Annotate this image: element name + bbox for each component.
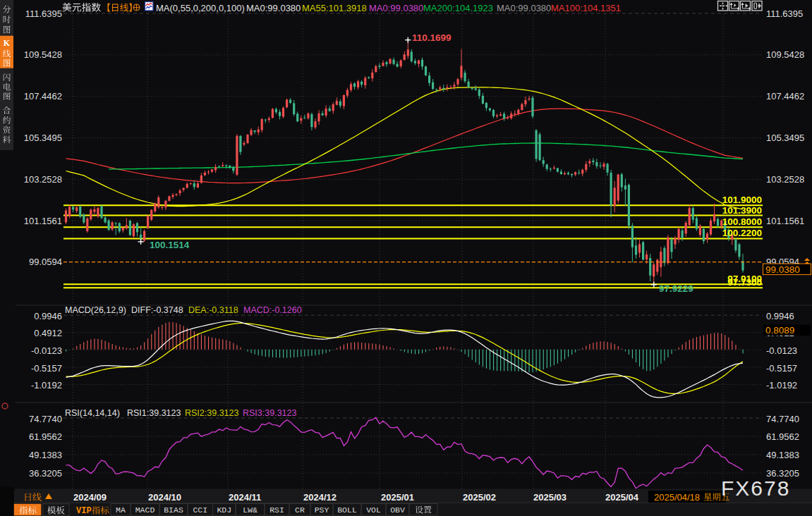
svg-text:VIP: VIP: [76, 506, 92, 516]
svg-text:-0.5157: -0.5157: [766, 363, 797, 374]
svg-text:97.9229: 97.9229: [659, 283, 693, 294]
svg-text:101.9000: 101.9000: [722, 195, 762, 205]
svg-text:CCI: CCI: [193, 505, 207, 515]
svg-text:107.4462: 107.4462: [24, 91, 62, 102]
svg-text:101.1561: 101.1561: [766, 216, 804, 226]
svg-text:MA100:104.1351: MA100:104.1351: [551, 3, 621, 13]
svg-text:2025/04: 2025/04: [605, 492, 639, 503]
svg-text:PSY: PSY: [315, 505, 329, 515]
svg-text:61.9562: 61.9562: [766, 431, 799, 442]
svg-text:36.3205: 36.3205: [29, 468, 62, 479]
svg-text:99.0380: 99.0380: [765, 264, 800, 275]
svg-text:-0.0123: -0.0123: [766, 345, 797, 356]
svg-text:DEA:-0.3118: DEA:-0.3118: [188, 305, 238, 315]
svg-text:MA200:104.1923: MA200:104.1923: [423, 3, 493, 13]
svg-text:MA0:99.0380: MA0:99.0380: [497, 3, 551, 13]
svg-text:2024/11: 2024/11: [229, 492, 261, 503]
svg-text:RSI1:39.3123: RSI1:39.3123: [127, 408, 181, 418]
svg-text:103.2528: 103.2528: [766, 174, 804, 185]
svg-text:111.6395: 111.6395: [25, 8, 62, 19]
svg-text:105.3495: 105.3495: [766, 133, 804, 143]
svg-text:-0.5157: -0.5157: [31, 363, 62, 374]
svg-text:KDJ: KDJ: [217, 505, 231, 515]
svg-text:BOLL: BOLL: [337, 505, 357, 515]
svg-text:0.9946: 0.9946: [766, 311, 794, 321]
svg-text:LW&: LW&: [243, 505, 257, 515]
svg-text:-1.0192: -1.0192: [31, 380, 62, 391]
svg-text:109.5428: 109.5428: [24, 49, 62, 60]
svg-text:49.1383: 49.1383: [766, 450, 799, 460]
svg-text:0.4912: 0.4912: [34, 328, 62, 338]
svg-text:61.9562: 61.9562: [29, 431, 62, 442]
svg-text:RSI: RSI: [269, 505, 284, 515]
svg-text:MA55:101.3918: MA55:101.3918: [302, 3, 367, 13]
svg-text:100.2200: 100.2200: [722, 228, 762, 238]
svg-text:2025/04/18: 2025/04/18: [654, 492, 700, 503]
svg-text:100.8000: 100.8000: [722, 216, 762, 227]
svg-text:49.1383: 49.1383: [29, 450, 62, 460]
svg-text:111.6395: 111.6395: [766, 8, 803, 19]
svg-text:FX678: FX678: [721, 477, 790, 500]
svg-text:MACD:-0.1260: MACD:-0.1260: [243, 305, 302, 315]
svg-text:74.7740: 74.7740: [29, 414, 62, 424]
svg-text:MA(0,55,0,200,0,100): MA(0,55,0,200,0,100): [156, 3, 245, 13]
svg-text:MACD(26,12,9): MACD(26,12,9): [65, 305, 126, 315]
svg-text:2025/02: 2025/02: [463, 492, 496, 503]
svg-text:MACD: MACD: [135, 505, 155, 515]
svg-text:2025/03: 2025/03: [533, 492, 566, 503]
svg-text:74.7740: 74.7740: [766, 414, 799, 424]
svg-text:2024/10: 2024/10: [148, 492, 181, 503]
svg-text:103.2528: 103.2528: [24, 174, 62, 185]
svg-text:BIAS: BIAS: [164, 505, 183, 515]
svg-text:MA: MA: [116, 505, 126, 515]
svg-text:0.9946: 0.9946: [34, 311, 62, 321]
svg-text:101.3900: 101.3900: [722, 205, 762, 216]
svg-text:RSI3:39.3123: RSI3:39.3123: [243, 408, 296, 418]
svg-text:CR: CR: [295, 505, 305, 515]
svg-text:MA0:99.0380: MA0:99.0380: [369, 3, 423, 13]
svg-text:100.1514: 100.1514: [150, 240, 190, 250]
svg-text:107.4462: 107.4462: [766, 91, 804, 102]
svg-text:DIFF:-0.3748: DIFF:-0.3748: [131, 305, 183, 315]
svg-text:110.1699: 110.1699: [412, 32, 452, 43]
svg-text:2024/12: 2024/12: [303, 492, 337, 503]
svg-text:-0.0123: -0.0123: [31, 345, 62, 356]
svg-text:-1.0192: -1.0192: [766, 380, 797, 391]
svg-text:109.5428: 109.5428: [766, 49, 804, 60]
svg-text:0.8089: 0.8089: [765, 325, 794, 336]
svg-text:2024/09: 2024/09: [73, 492, 107, 503]
svg-text:RSI2:39.3123: RSI2:39.3123: [185, 408, 238, 418]
svg-text:105.3495: 105.3495: [24, 133, 62, 143]
svg-text:OBV: OBV: [390, 505, 405, 515]
svg-text:97.7300: 97.7300: [727, 277, 762, 288]
svg-text:MA0:99.0380: MA0:99.0380: [246, 3, 301, 13]
svg-text:99.0594: 99.0594: [29, 257, 62, 267]
svg-text:RSI(14,14,14): RSI(14,14,14): [65, 408, 120, 418]
svg-text:VOL: VOL: [366, 505, 381, 515]
svg-text:101.1561: 101.1561: [24, 216, 62, 226]
svg-text:K: K: [4, 38, 11, 48]
svg-text:2025/01: 2025/01: [381, 492, 414, 503]
